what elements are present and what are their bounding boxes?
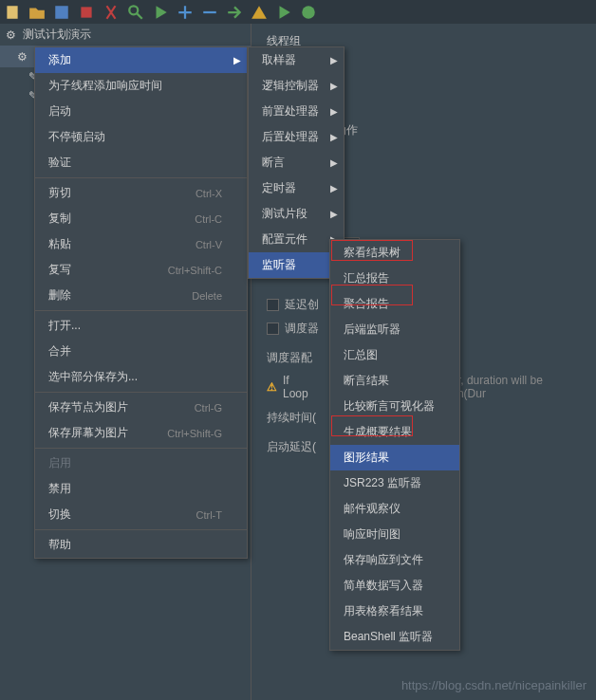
minus-icon[interactable] [201,4,218,21]
tree-test-plan[interactable]: ⚙ 测试计划演示 [0,24,251,46]
ctx-assertion-results[interactable]: 断言结果 [330,368,459,394]
ctx-save-screen[interactable]: 保存屏幕为图片Ctrl+Shift-G [35,420,247,446]
run-icon[interactable] [152,4,169,21]
ctx-open[interactable]: 打开... [35,313,247,339]
tree-label: 测试计划演示 [23,27,91,43]
separator [35,392,247,393]
svg-rect-0 [7,6,17,19]
search-icon[interactable] [127,4,144,21]
ctx-add[interactable]: 添加▶ [35,47,247,73]
ctx-duplicate[interactable]: 复写Ctrl+Shift-C [35,257,247,283]
svg-rect-2 [81,7,91,17]
ctx-post[interactable]: 后置处理器▶ [249,124,344,150]
scheduler-checkbox[interactable] [267,322,279,335]
duration-hint: ver, duration will be min(Dur [445,374,581,400]
separator [35,448,247,449]
ctx-results-tree[interactable]: 察看结果树 [330,240,459,266]
disk-icon[interactable] [53,4,70,21]
chevron-right-icon: ▶ [330,55,338,65]
gear-icon: ⚙ [6,28,19,42]
ctx-aggregate-report[interactable]: 聚合报告 [330,291,459,317]
go-icon[interactable] [226,4,243,21]
chevron-right-icon: ▶ [330,106,338,117]
svg-point-5 [302,6,315,19]
ctx-assert[interactable]: 断言▶ [249,150,344,175]
warning-icon: ⚠ [267,380,277,394]
ctx-enable: 启用 [35,451,247,476]
thread-icon: ⚙ [17,50,30,64]
ctx-fragment[interactable]: 测试片段▶ [249,201,344,227]
chevron-right-icon: ▶ [330,132,338,142]
delay-label: 延迟创 [285,297,319,313]
ctx-disable[interactable]: 禁用 [35,476,247,502]
chevron-right-icon: ▶ [330,209,338,219]
play2-icon[interactable] [275,4,292,21]
ctx-add-resp-time[interactable]: 为子线程添加响应时间 [35,73,247,99]
ctx-save-node[interactable]: 保存节点为图片Ctrl-G [35,395,247,420]
ctx-beanshell[interactable]: BeanShell 监听器 [330,624,459,650]
ctx-save-resp[interactable]: 保存响应到文件 [330,547,459,573]
ctx-merge[interactable]: 合并 [35,339,247,364]
ctx-backend[interactable]: 后端监听器 [330,317,459,342]
separator [35,177,247,178]
warn-icon[interactable] [251,4,268,21]
chevron-right-icon: ▶ [330,183,338,193]
ctx-resp-time-graph[interactable]: 响应时间图 [330,522,459,547]
watermark: https://blog.csdn.net/nicepainkiller [401,678,587,692]
ctx-summary-graph[interactable]: 汇总图 [330,342,459,368]
ctx-delete[interactable]: 删除Delete [35,283,247,308]
separator [35,529,247,530]
context-menu-main: 添加▶ 为子线程添加响应时间 启动 不停顿启动 验证 剪切Ctrl-X 复制Ct… [34,46,248,559]
svg-rect-1 [55,6,68,19]
open-icon[interactable] [28,4,46,21]
ctx-jsr223[interactable]: JSR223 监听器 [330,470,459,496]
ctx-validate[interactable]: 验证 [35,150,247,175]
chevron-right-icon: ▶ [233,55,241,65]
delay-checkbox[interactable] [267,299,279,311]
plus-icon[interactable] [177,4,194,21]
scheduler-label: 调度器 [285,321,319,337]
ctx-paste[interactable]: 粘贴Ctrl-V [35,231,247,257]
svg-rect-4 [203,10,216,12]
ctx-help[interactable]: 帮助 [35,532,247,558]
ctx-pre[interactable]: 前置处理器▶ [249,99,344,124]
ctx-save-sel[interactable]: 选中部分保存为... [35,364,247,390]
ctx-simple-writer[interactable]: 简单数据写入器 [330,573,459,599]
loop-info: If Loop [283,374,316,400]
chevron-right-icon: ▶ [330,157,338,168]
context-menu-listener: 察看结果树 汇总报告 聚合报告 后端监听器 汇总图 断言结果 比较断言可视化器 … [329,239,460,651]
cut-icon[interactable] [102,4,120,21]
svg-point-3 [129,6,138,14]
stop-icon[interactable] [78,4,95,21]
ctx-copy[interactable]: 复制Ctrl-C [35,206,247,231]
duration-label: 持续时间( [267,410,316,426]
ctx-sampler[interactable]: 取样器▶ [249,47,344,73]
ctx-summary-report[interactable]: 汇总报告 [330,266,459,291]
ctx-cut[interactable]: 剪切Ctrl-X [35,180,247,206]
toolbar [0,0,596,24]
ctx-start[interactable]: 启动 [35,99,247,124]
ctx-logic[interactable]: 逻辑控制器▶ [249,73,344,99]
ctx-cmp-assert[interactable]: 比较断言可视化器 [330,394,459,419]
start-delay-label: 启动延迟( [267,439,316,455]
chevron-right-icon: ▶ [330,81,338,91]
ctx-start-nopause[interactable]: 不停顿启动 [35,124,247,150]
ctx-timer[interactable]: 定时器▶ [249,175,344,201]
ctx-mailer[interactable]: 邮件观察仪 [330,496,459,522]
ctx-graph-results[interactable]: 图形结果 [330,445,459,470]
ctx-table-results[interactable]: 用表格察看结果 [330,599,459,624]
ctx-gen-summary[interactable]: 生成概要结果 [330,419,459,445]
new-icon[interactable] [4,4,21,21]
separator [35,310,247,311]
ctx-toggle[interactable]: 切换Ctrl-T [35,502,247,527]
stop2-icon[interactable] [300,4,317,21]
